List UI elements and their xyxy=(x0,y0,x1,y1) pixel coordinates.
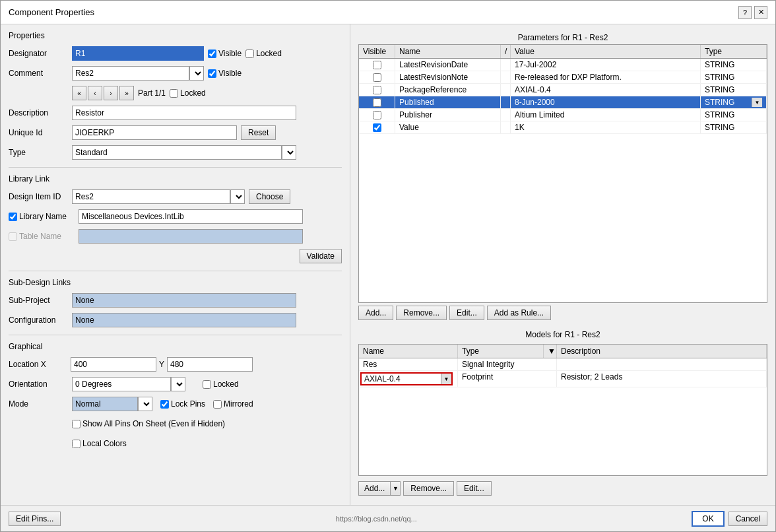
status-text: https://blog.csdn.net/qq... xyxy=(61,515,692,523)
validate-button[interactable]: Validate xyxy=(300,249,342,263)
description-row: Description xyxy=(9,105,342,121)
td-type: STRING xyxy=(701,71,767,83)
table-name-checkbox[interactable] xyxy=(9,232,17,241)
mode-input[interactable] xyxy=(72,397,138,411)
parameters-action-row: Add... Remove... Edit... Add as Rule... xyxy=(358,303,767,323)
properties-section-label: Properties xyxy=(9,31,342,40)
location-x-input[interactable] xyxy=(71,357,156,372)
cancel-button[interactable]: Cancel xyxy=(728,512,767,526)
parameters-table-body: LatestRevisionDate 17-Jul-2002 STRING La… xyxy=(359,59,767,302)
table-row[interactable]: Value 1K STRING xyxy=(359,121,767,134)
sub-design-section-label: Sub-Design Links xyxy=(9,278,342,287)
models-panel-title: Models for R1 - Res2 xyxy=(358,328,767,341)
reset-button[interactable]: Reset xyxy=(241,125,276,140)
designator-locked-label[interactable]: Locked xyxy=(245,49,282,58)
table-row[interactable]: Publisher Altium Limited STRING xyxy=(359,109,767,121)
unique-id-input[interactable] xyxy=(72,125,237,140)
edit-pins-button[interactable]: Edit Pins... xyxy=(9,512,61,526)
local-colors-checkbox[interactable] xyxy=(72,440,81,448)
lock-pins-checkbox[interactable] xyxy=(160,400,169,409)
part-label: Part 1/1 xyxy=(138,88,166,98)
mode-dropdown[interactable] xyxy=(138,397,152,411)
table-row[interactable]: Published 8-Jun-2000 STRING ▼ xyxy=(359,96,767,109)
table-row[interactable]: LatestRevisionNote Re-released for DXP P… xyxy=(359,71,767,84)
comment-visible-checkbox[interactable] xyxy=(208,69,216,78)
orientation-input[interactable] xyxy=(72,377,171,391)
th-value: Value xyxy=(511,45,701,58)
comment-row: Comment Visible xyxy=(9,65,342,81)
type-input[interactable] xyxy=(72,145,282,160)
designator-visible-label[interactable]: Visible xyxy=(208,49,242,58)
orientation-locked-label[interactable]: Locked xyxy=(203,380,239,389)
choose-button[interactable]: Choose xyxy=(249,189,290,204)
designator-input[interactable] xyxy=(72,46,204,61)
th-type: Type xyxy=(701,45,767,58)
models-edit-button[interactable]: Edit... xyxy=(457,481,492,496)
library-name-input[interactable] xyxy=(79,209,303,224)
params-edit-button[interactable]: Edit... xyxy=(449,306,484,320)
location-y-input[interactable] xyxy=(167,357,253,372)
params-remove-button[interactable]: Remove... xyxy=(396,306,447,320)
configuration-input[interactable] xyxy=(72,313,296,327)
models-add-arrow[interactable]: ▼ xyxy=(390,481,401,496)
th-model-type: Type xyxy=(458,345,544,358)
td-value: 17-Jul-2002 xyxy=(511,59,701,71)
mirrored-checkbox[interactable] xyxy=(213,400,222,409)
library-name-row: Library Name xyxy=(9,209,342,224)
show-pins-checkbox[interactable] xyxy=(72,420,81,428)
part-locked-checkbox[interactable] xyxy=(170,89,178,98)
library-name-check-label[interactable]: Library Name xyxy=(9,212,75,221)
help-button[interactable]: ? xyxy=(738,6,752,19)
show-pins-label[interactable]: Show All Pins On Sheet (Even if Hidden) xyxy=(72,419,225,428)
next-nav-btn[interactable]: › xyxy=(104,86,118,100)
last-nav-btn[interactable]: » xyxy=(119,86,134,100)
description-label: Description xyxy=(9,108,68,117)
models-add-button[interactable]: Add... xyxy=(358,481,390,496)
model-name-arrow[interactable]: ▼ xyxy=(441,374,451,384)
dialog-body: Properties Designator Visible Locked Com… xyxy=(1,24,775,505)
design-item-id-input[interactable] xyxy=(72,189,230,204)
table-row[interactable]: LatestRevisionDate 17-Jul-2002 STRING xyxy=(359,59,767,71)
prev-nav-btn[interactable]: ‹ xyxy=(88,86,102,100)
models-remove-button[interactable]: Remove... xyxy=(403,481,454,496)
table-name-input[interactable] xyxy=(79,229,303,244)
right-panel: Parameters for R1 - Res2 Visible Name / … xyxy=(350,24,775,505)
library-name-checkbox[interactable] xyxy=(9,213,17,221)
params-add-as-rule-button[interactable]: Add as Rule... xyxy=(487,306,551,320)
comment-input[interactable] xyxy=(72,66,189,81)
orientation-dropdown[interactable] xyxy=(171,377,185,391)
th-name: Name xyxy=(395,45,501,58)
table-name-label: Table Name xyxy=(19,232,61,241)
description-input[interactable] xyxy=(72,106,296,120)
type-dropdown[interactable] xyxy=(282,145,296,160)
visible-text: Visible xyxy=(218,49,242,58)
close-button[interactable]: ✕ xyxy=(754,6,767,19)
table-row[interactable]: Res Signal Integrity xyxy=(359,358,767,371)
sub-project-label: Sub-Project xyxy=(9,296,68,305)
params-add-button[interactable]: Add... xyxy=(358,306,393,320)
sub-project-input[interactable] xyxy=(72,293,296,308)
designator-visible-checkbox[interactable] xyxy=(208,50,216,58)
designator-locked-checkbox[interactable] xyxy=(245,50,254,58)
design-item-dropdown[interactable] xyxy=(230,189,245,204)
ok-button[interactable]: OK xyxy=(692,511,724,527)
orientation-locked-checkbox[interactable] xyxy=(203,380,211,389)
type-dropdown-arrow[interactable]: ▼ xyxy=(752,98,762,107)
sub-project-row: Sub-Project xyxy=(9,292,342,308)
part-locked-label[interactable]: Locked xyxy=(170,88,206,98)
lock-pins-label[interactable]: Lock Pins xyxy=(160,399,205,409)
comment-dropdown[interactable] xyxy=(189,66,204,81)
location-x-label: Location X xyxy=(9,360,68,369)
mirrored-label[interactable]: Mirrored xyxy=(213,399,253,409)
first-nav-btn[interactable]: « xyxy=(72,86,86,100)
model-name-dropdown[interactable]: AXIAL-0.4 ▼ xyxy=(360,372,453,385)
local-colors-label[interactable]: Local Colors xyxy=(72,439,127,448)
comment-visible-label[interactable]: Visible xyxy=(208,69,242,78)
table-row[interactable]: AXIAL-0.4 ▼ Footprint Resistor; 2 Leads xyxy=(359,371,767,387)
table-row[interactable]: PackageReference AXIAL-0.4 STRING xyxy=(359,84,767,96)
td-value: AXIAL-0.4 xyxy=(511,84,701,96)
table-name-check-label[interactable]: Table Name xyxy=(9,232,75,241)
td-visible xyxy=(359,59,395,71)
orientation-label: Orientation xyxy=(9,380,68,389)
models-table-header: Name Type ▼ Description xyxy=(359,345,767,358)
